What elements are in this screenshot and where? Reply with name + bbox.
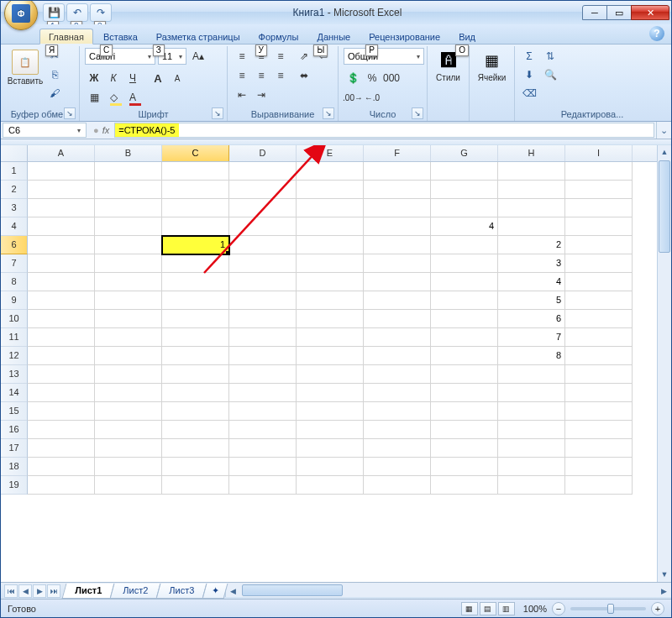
cell[interactable] xyxy=(28,347,95,365)
column-header[interactable]: A xyxy=(28,145,95,161)
cell[interactable] xyxy=(95,402,162,421)
cell[interactable] xyxy=(229,291,297,310)
cell[interactable] xyxy=(364,402,431,421)
cell[interactable] xyxy=(431,254,498,273)
cell[interactable] xyxy=(565,458,633,476)
cell[interactable] xyxy=(162,402,229,421)
cell[interactable] xyxy=(95,439,162,458)
cell[interactable] xyxy=(431,421,498,439)
cell[interactable] xyxy=(297,162,364,181)
zoom-level[interactable]: 100% xyxy=(523,604,547,614)
cell[interactable] xyxy=(95,217,162,236)
scroll-thumb[interactable] xyxy=(659,160,670,253)
cell[interactable] xyxy=(229,217,297,236)
cell[interactable] xyxy=(28,439,95,458)
cell[interactable] xyxy=(498,402,565,421)
cell[interactable] xyxy=(297,291,364,310)
italic-button[interactable]: К xyxy=(104,70,123,86)
qat-save-button[interactable]: 💾1 xyxy=(43,3,65,22)
cell[interactable] xyxy=(28,217,95,236)
bold-button[interactable]: Ж xyxy=(85,70,103,86)
cell[interactable] xyxy=(95,347,162,365)
cell[interactable] xyxy=(229,273,297,291)
cell[interactable] xyxy=(297,236,364,254)
row-header[interactable]: 4 xyxy=(1,217,28,236)
cell[interactable]: 5 xyxy=(498,291,565,310)
cell[interactable] xyxy=(431,181,498,199)
cell[interactable] xyxy=(28,236,95,254)
cell[interactable] xyxy=(565,476,633,495)
row-header[interactable]: 8 xyxy=(1,273,28,291)
cell[interactable] xyxy=(162,199,229,217)
cell[interactable] xyxy=(229,236,297,254)
cell[interactable] xyxy=(565,310,633,328)
row-header[interactable]: 3 xyxy=(1,199,28,217)
cell[interactable] xyxy=(95,476,162,495)
ribbon-tab-Разметка страницы[interactable]: Разметка страницыЗ xyxy=(148,29,249,44)
cell[interactable] xyxy=(565,402,633,421)
cell[interactable] xyxy=(28,181,95,199)
worksheet-grid[interactable]: ABCDEFGHI 123446127384951061171281314151… xyxy=(1,145,671,582)
row-header[interactable]: 16 xyxy=(1,421,28,439)
row-header[interactable]: 6 xyxy=(1,236,28,254)
ribbon-tab-Вид[interactable]: ВидО xyxy=(450,29,484,44)
cell[interactable] xyxy=(297,347,364,365)
align-right-button[interactable]: ≡ xyxy=(271,67,290,84)
cell[interactable] xyxy=(364,384,431,402)
horizontal-scrollbar[interactable]: ◀ ▶ xyxy=(225,584,671,597)
font-name-combo[interactable]: Calibri▾ xyxy=(85,48,155,65)
cell[interactable] xyxy=(364,162,431,181)
cell[interactable] xyxy=(498,181,565,199)
cell[interactable]: 7 xyxy=(498,328,565,347)
view-pagebreak-button[interactable]: ▥ xyxy=(498,602,515,615)
cell[interactable] xyxy=(28,365,95,384)
row-header[interactable]: 12 xyxy=(1,347,28,365)
cell[interactable] xyxy=(565,254,633,273)
view-normal-button[interactable]: ▦ xyxy=(461,602,478,615)
cell[interactable] xyxy=(565,273,633,291)
cell[interactable] xyxy=(95,181,162,199)
increase-decimal-button[interactable]: .00→ xyxy=(344,89,362,106)
column-header[interactable]: G xyxy=(431,145,498,161)
cell[interactable] xyxy=(431,328,498,347)
cell[interactable] xyxy=(95,273,162,291)
cell[interactable] xyxy=(95,236,162,254)
cell[interactable] xyxy=(229,328,297,347)
row-header[interactable]: 19 xyxy=(1,476,28,495)
dialog-launcher[interactable]: ↘ xyxy=(412,107,423,119)
cell[interactable] xyxy=(229,402,297,421)
cell[interactable] xyxy=(229,365,297,384)
underline-button[interactable]: Ч xyxy=(123,70,142,86)
cell[interactable] xyxy=(431,476,498,495)
minimize-button[interactable]: ─ xyxy=(582,5,607,20)
row-header[interactable]: 9 xyxy=(1,291,28,310)
cell[interactable]: 4 xyxy=(498,273,565,291)
cell[interactable] xyxy=(565,439,633,458)
cell[interactable] xyxy=(565,162,633,181)
column-header[interactable]: C xyxy=(162,145,229,161)
borders-button[interactable]: ▦ xyxy=(85,89,103,106)
prev-sheet-button[interactable]: ◀ xyxy=(18,584,32,598)
dialog-launcher[interactable]: ↘ xyxy=(323,107,334,119)
cell[interactable] xyxy=(565,328,633,347)
vertical-scrollbar[interactable]: ▲ ▼ xyxy=(657,145,671,582)
row-header[interactable]: 10 xyxy=(1,310,28,328)
cell[interactable] xyxy=(297,439,364,458)
fill-button[interactable]: ⬇ xyxy=(520,66,538,83)
cell[interactable] xyxy=(28,458,95,476)
cell[interactable] xyxy=(229,421,297,439)
cell[interactable] xyxy=(565,365,633,384)
column-header[interactable]: B xyxy=(95,145,162,161)
cell[interactable]: 8 xyxy=(498,347,565,365)
cell[interactable] xyxy=(431,162,498,181)
cell[interactable] xyxy=(229,181,297,199)
cell[interactable] xyxy=(565,291,633,310)
cell[interactable] xyxy=(28,291,95,310)
cell[interactable] xyxy=(498,217,565,236)
expand-formula-bar-button[interactable]: ⌄ xyxy=(656,122,671,139)
zoom-out-button[interactable]: − xyxy=(552,602,565,615)
column-header[interactable]: D xyxy=(229,145,297,161)
font-color-button[interactable]: A xyxy=(123,89,142,106)
cell[interactable] xyxy=(28,310,95,328)
cell[interactable] xyxy=(162,328,229,347)
